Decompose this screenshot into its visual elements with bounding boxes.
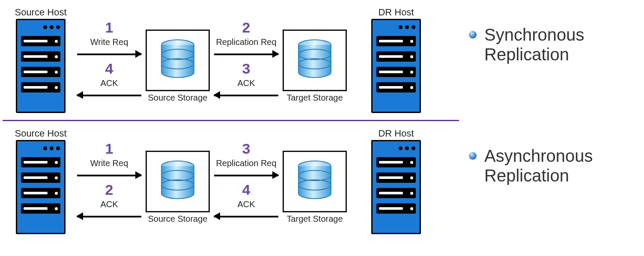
source-storage: Source Storage [146, 151, 210, 224]
step-number: 4 [210, 182, 283, 197]
step-label: Write Req [73, 158, 146, 168]
server-icon [16, 19, 66, 113]
caption-line2: Replication [484, 166, 593, 185]
database-icon [160, 39, 196, 82]
async-caption: Asynchronous Replication [469, 146, 593, 185]
step-label: ACK [73, 199, 146, 209]
arrow-left-icon [77, 91, 141, 99]
step-number: 4 [73, 61, 146, 76]
step-label: ACK [73, 78, 146, 88]
arrow-right-icon [77, 50, 141, 58]
arrows-source-to-target-storage: 3 Replication Req 4 ACK [210, 138, 283, 224]
step-number: 1 [73, 20, 146, 35]
arrow-left-icon [214, 91, 278, 99]
database-icon [297, 39, 333, 82]
target-storage: Target Storage [283, 151, 347, 224]
arrow-right-icon [214, 50, 278, 58]
step-label: ACK [210, 199, 283, 209]
bullet-icon [469, 152, 477, 160]
arrow-right-icon [77, 171, 141, 179]
target-storage-label: Target Storage [286, 214, 343, 224]
source-storage-label: Source Storage [148, 214, 208, 224]
source-host-label: Source Host [15, 128, 66, 139]
step-label: Write Req [73, 37, 146, 47]
step-number: 2 [210, 20, 283, 35]
arrows-host-to-source-storage: 1 Write Req 2 ACK [73, 138, 146, 224]
arrow-left-icon [77, 212, 141, 220]
source-host-label: Source Host [15, 7, 66, 18]
source-host: Source Host [9, 128, 73, 234]
source-host: Source Host [9, 7, 73, 113]
source-storage: Source Storage [146, 30, 210, 103]
database-icon [297, 160, 333, 203]
caption-line1: Synchronous [484, 25, 584, 45]
server-icon [371, 19, 421, 113]
source-storage-label: Source Storage [148, 93, 208, 103]
step-label: Replication Req [210, 37, 283, 47]
step-number: 3 [210, 141, 283, 156]
target-storage: Target Storage [283, 30, 347, 103]
server-icon [16, 140, 66, 234]
arrow-left-icon [214, 212, 278, 220]
sync-diagram: Source Host 1 Write Req 4 ACK Source Sto… [0, 0, 644, 120]
step-label: ACK [210, 78, 283, 88]
sync-caption: Synchronous Replication [469, 25, 584, 64]
caption-line2: Replication [484, 45, 584, 64]
step-number: 2 [73, 182, 146, 197]
server-icon [371, 140, 421, 234]
dr-host: DR Host [364, 7, 428, 113]
step-number: 3 [210, 61, 283, 76]
caption-line1: Asynchronous [484, 146, 593, 166]
bullet-icon [469, 31, 477, 39]
dr-host-label: DR Host [378, 128, 414, 139]
dr-host-label: DR Host [378, 7, 414, 18]
database-icon [160, 160, 196, 203]
target-storage-label: Target Storage [286, 93, 343, 103]
arrows-source-to-target-storage: 2 Replication Req 3 ACK [210, 17, 283, 103]
step-number: 1 [73, 141, 146, 156]
arrows-host-to-source-storage: 1 Write Req 4 ACK [73, 17, 146, 103]
step-label: Replication Req [210, 158, 283, 168]
arrow-right-icon [214, 171, 278, 179]
async-diagram: Source Host 1 Write Req 2 ACK Source Sto… [0, 121, 644, 241]
dr-host: DR Host [364, 128, 428, 234]
